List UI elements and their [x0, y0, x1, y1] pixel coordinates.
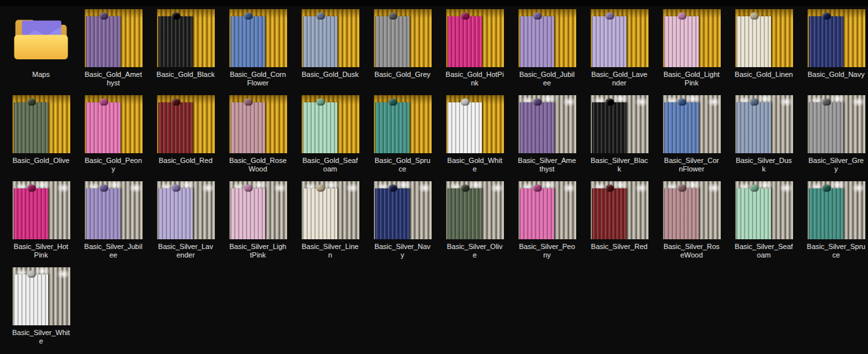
- file-tile-basic_silver_amethyst[interactable]: Basic_Silver_Amethyst: [518, 95, 576, 181]
- file-tile-basic_silver_navy[interactable]: Basic_Silver_Navy: [373, 181, 432, 267]
- file-tile-basic_silver_lavender[interactable]: Basic_Silver_Lavender: [156, 181, 215, 267]
- curtain-thumbnail: [301, 181, 359, 239]
- file-label: Basic_Gold_Linen: [735, 70, 793, 79]
- flower-ornament-icon: [822, 184, 831, 192]
- file-label: Basic_Silver_White: [12, 329, 70, 346]
- drape-color-swatch: [592, 102, 626, 153]
- file-tile-basic_gold_spruce[interactable]: Basic_Gold_Spruce: [373, 95, 432, 181]
- file-label: Basic_Silver_CornFlower: [662, 156, 721, 173]
- file-label: Basic_Silver_Amethyst: [518, 156, 576, 173]
- curtain-thumbnail: [518, 181, 576, 239]
- drape-color-swatch: [447, 16, 482, 67]
- curtain-thumbnail: [12, 181, 70, 239]
- drape-color-swatch: [303, 102, 337, 153]
- flower-ornament-icon: [533, 12, 542, 20]
- file-tile-basic_gold_peony[interactable]: Basic_Gold_Peony: [84, 95, 143, 181]
- curtain-thumbnail: [807, 9, 865, 67]
- file-tile-basic_gold_grey[interactable]: Basic_Gold_Grey: [373, 9, 432, 95]
- file-tile-basic_silver_white[interactable]: Basic_Silver_White: [12, 267, 70, 353]
- folder-tile-maps[interactable]: Maps: [12, 9, 70, 95]
- file-tile-basic_gold_rosewood[interactable]: Basic_Gold_RoseWood: [229, 95, 287, 181]
- drape-color-swatch: [14, 188, 48, 239]
- drape-color-swatch: [14, 274, 48, 325]
- file-tile-basic_silver_red[interactable]: Basic_Silver_Red: [590, 181, 649, 267]
- curtain-thumbnail: [229, 95, 287, 153]
- file-tile-basic_silver_linen[interactable]: Basic_Silver_Linen: [301, 181, 359, 267]
- file-label: Basic_Silver_HotPink: [12, 243, 70, 259]
- flower-ornament-icon: [100, 184, 108, 192]
- flower-ornament-icon: [822, 98, 831, 106]
- drape-color-swatch: [303, 16, 337, 67]
- file-tile-basic_gold_cornflower[interactable]: Basic_Gold_CornFlower: [229, 9, 287, 95]
- file-tile-basic_gold_amethyst[interactable]: Basic_Gold_Amethyst: [84, 9, 143, 95]
- curtain-thumbnail: [807, 95, 865, 153]
- flower-ornament-icon: [750, 12, 759, 20]
- file-tile-basic_silver_olive[interactable]: Basic_Silver_Olive: [445, 181, 504, 267]
- curtain-thumbnail: [591, 9, 649, 67]
- curtain-thumbnail: [446, 95, 504, 153]
- file-tile-basic_silver_peony[interactable]: Basic_Silver_Peony: [518, 181, 576, 267]
- drape-color-swatch: [375, 16, 410, 67]
- flower-ornament-icon: [172, 12, 180, 20]
- drape-color-swatch: [520, 102, 554, 153]
- drape-color-swatch: [736, 188, 771, 239]
- file-tile-basic_silver_black[interactable]: Basic_Silver_Black: [590, 95, 649, 181]
- curtain-thumbnail: [157, 95, 215, 153]
- file-tile-basic_gold_jubilee[interactable]: Basic_Gold_Jubilee: [518, 9, 576, 95]
- file-label: Basic_Silver_Linen: [301, 243, 359, 259]
- flower-ornament-icon: [316, 184, 325, 192]
- flower-ornament-icon: [750, 98, 759, 106]
- file-tile-basic_silver_rosewood[interactable]: Basic_Silver_RoseWood: [662, 181, 721, 267]
- file-tile-basic_gold_red[interactable]: Basic_Gold_Red: [156, 95, 215, 181]
- file-tile-basic_silver_spruce[interactable]: Basic_Silver_Spruce: [807, 181, 865, 267]
- file-label: Basic_Silver_Jubilee: [84, 243, 143, 259]
- file-label: Basic_Gold_Grey: [373, 70, 432, 79]
- file-label: Basic_Silver_Navy: [373, 243, 432, 259]
- file-tile-basic_silver_cornflower[interactable]: Basic_Silver_CornFlower: [662, 95, 721, 181]
- file-label: Basic_Silver_Peony: [518, 243, 576, 259]
- flower-ornament-icon: [461, 12, 469, 20]
- file-tile-basic_gold_seafoam[interactable]: Basic_Gold_Seafoam: [301, 95, 359, 181]
- curtain-thumbnail: [591, 95, 649, 153]
- flower-ornament-icon: [533, 98, 542, 106]
- file-label: Basic_Gold_Red: [156, 156, 215, 165]
- curtain-thumbnail: [157, 181, 215, 239]
- file-tile-basic_silver_jubilee[interactable]: Basic_Silver_Jubilee: [84, 181, 143, 267]
- file-label: Basic_Gold_Amethyst: [84, 70, 143, 87]
- flower-ornament-icon: [27, 98, 36, 106]
- file-tile-basic_silver_grey[interactable]: Basic_Silver_Grey: [807, 95, 865, 181]
- curtain-thumbnail: [591, 181, 649, 239]
- drape-color-swatch: [158, 188, 193, 239]
- file-tile-basic_silver_dusk[interactable]: Basic_Silver_Dusk: [735, 95, 793, 181]
- file-tile-basic_gold_olive[interactable]: Basic_Gold_Olive: [12, 95, 70, 181]
- curtain-thumbnail: [374, 95, 432, 153]
- file-tile-basic_gold_linen[interactable]: Basic_Gold_Linen: [735, 9, 793, 95]
- drape-color-swatch: [447, 188, 482, 239]
- file-label: Basic_Silver_Spruce: [807, 243, 865, 259]
- flower-ornament-icon: [389, 12, 397, 20]
- file-tile-basic_silver_seafoam[interactable]: Basic_Silver_Seafoam: [735, 181, 793, 267]
- file-tile-basic_silver_lightpink[interactable]: Basic_Silver_LightPink: [229, 181, 287, 267]
- flower-ornament-icon: [316, 98, 325, 106]
- drape-color-swatch: [664, 188, 699, 239]
- drape-color-swatch: [231, 102, 265, 153]
- curtain-thumbnail: [446, 181, 504, 239]
- curtain-thumbnail: [518, 9, 576, 67]
- flower-ornament-icon: [172, 184, 180, 192]
- file-tile-basic_gold_dusk[interactable]: Basic_Gold_Dusk: [301, 9, 359, 95]
- folder-icon: [12, 9, 70, 67]
- drape-color-swatch: [664, 102, 699, 153]
- file-tile-basic_gold_black[interactable]: Basic_Gold_Black: [156, 9, 215, 95]
- file-tile-basic_silver_hotpink[interactable]: Basic_Silver_HotPink: [12, 181, 70, 267]
- drape-color-swatch: [520, 188, 554, 239]
- flower-ornament-icon: [461, 98, 469, 106]
- file-tile-basic_gold_lightpink[interactable]: Basic_Gold_LightPink: [662, 9, 721, 95]
- curtain-thumbnail: [229, 181, 287, 239]
- file-tile-basic_gold_hotpink[interactable]: Basic_Gold_HotPink: [445, 9, 504, 95]
- file-tile-basic_gold_navy[interactable]: Basic_Gold_Navy: [807, 9, 865, 95]
- curtain-thumbnail: [735, 9, 793, 67]
- file-tile-basic_gold_lavender[interactable]: Basic_Gold_Lavender: [590, 9, 649, 95]
- file-tile-basic_gold_white[interactable]: Basic_Gold_White: [445, 95, 504, 181]
- file-explorer-window: Maps Basic_Gold_Amethyst Basic_Gold_Blac…: [0, 0, 868, 353]
- flower-ornament-icon: [244, 98, 253, 106]
